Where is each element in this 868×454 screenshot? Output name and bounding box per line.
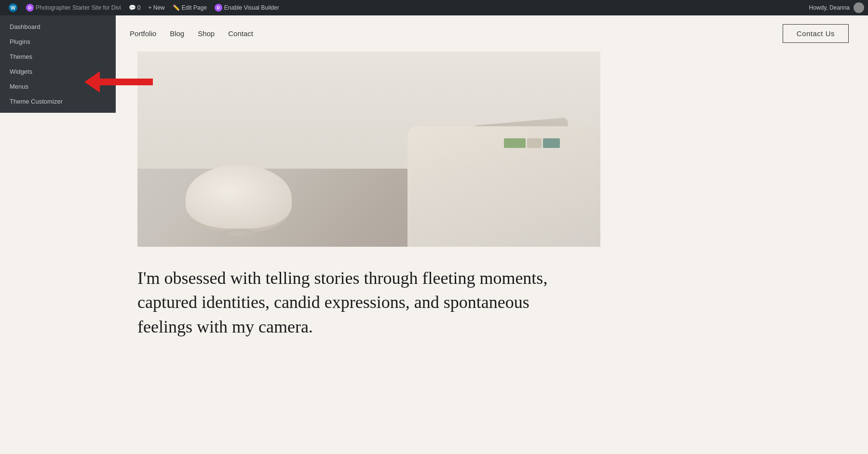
appearance-dropdown: Dashboard Plugins Themes Widgets Menus T… bbox=[0, 15, 116, 113]
edit-page-label: Edit Page bbox=[182, 4, 207, 11]
admin-bar-right: Howdy, Deanna bbox=[805, 2, 865, 13]
contact-us-button[interactable]: Contact Us bbox=[783, 24, 849, 43]
nav-blog[interactable]: Blog bbox=[170, 29, 184, 38]
nav-contact[interactable]: Contact bbox=[228, 29, 253, 38]
site-divi-icon: D bbox=[26, 4, 34, 12]
dropdown-item-dashboard[interactable]: Dashboard bbox=[0, 19, 116, 34]
admin-bar: W D Photographer Starter Site for Divi 💬… bbox=[0, 0, 868, 15]
new-label: + New bbox=[148, 4, 164, 11]
howdy-label: Howdy, Deanna bbox=[805, 4, 854, 11]
site-name-label: Photographer Starter Site for Divi bbox=[36, 4, 121, 11]
hero-bowl bbox=[186, 165, 292, 232]
site-content: Home About Collection Portfolio Blog Sho… bbox=[0, 15, 868, 358]
wp-icon: W bbox=[9, 3, 17, 12]
wordpress-logo[interactable]: W bbox=[4, 0, 22, 15]
arrow-body bbox=[100, 79, 153, 85]
comments-button[interactable]: 💬 0 bbox=[125, 0, 145, 15]
comment-count: 0 bbox=[137, 4, 141, 11]
dropdown-item-theme-customizer[interactable]: Theme Customizer bbox=[0, 94, 116, 109]
comment-icon: 💬 bbox=[129, 4, 136, 11]
divi-icon: D bbox=[215, 4, 222, 12]
enable-visual-builder-label: Enable Visual Builder bbox=[224, 4, 279, 11]
nav-portfolio[interactable]: Portfolio bbox=[130, 29, 156, 38]
new-button[interactable]: + New bbox=[144, 0, 168, 15]
book-2 bbox=[527, 138, 542, 148]
nav-shop[interactable]: Shop bbox=[198, 29, 215, 38]
edit-page-button[interactable]: ✏️ Edit Page bbox=[169, 0, 211, 15]
enable-visual-builder-button[interactable]: D Enable Visual Builder bbox=[211, 0, 283, 15]
site-name-item[interactable]: D Photographer Starter Site for Divi bbox=[22, 0, 125, 15]
body-text-section: I'm obsessed with telling stories throug… bbox=[0, 247, 598, 358]
site-nav: Home About Collection Portfolio Blog Sho… bbox=[0, 15, 868, 52]
book-3 bbox=[543, 138, 560, 148]
arrow-head bbox=[84, 71, 100, 93]
book-1 bbox=[504, 138, 526, 148]
pencil-icon: ✏️ bbox=[173, 4, 180, 11]
hero-image bbox=[137, 52, 600, 247]
hero-books bbox=[504, 138, 562, 150]
body-quote: I'm obsessed with telling stories throug… bbox=[137, 266, 579, 339]
dropdown-item-themes[interactable]: Themes bbox=[0, 49, 116, 64]
user-avatar[interactable] bbox=[854, 2, 864, 13]
red-arrow bbox=[84, 71, 153, 93]
dropdown-item-plugins[interactable]: Plugins bbox=[0, 34, 116, 49]
